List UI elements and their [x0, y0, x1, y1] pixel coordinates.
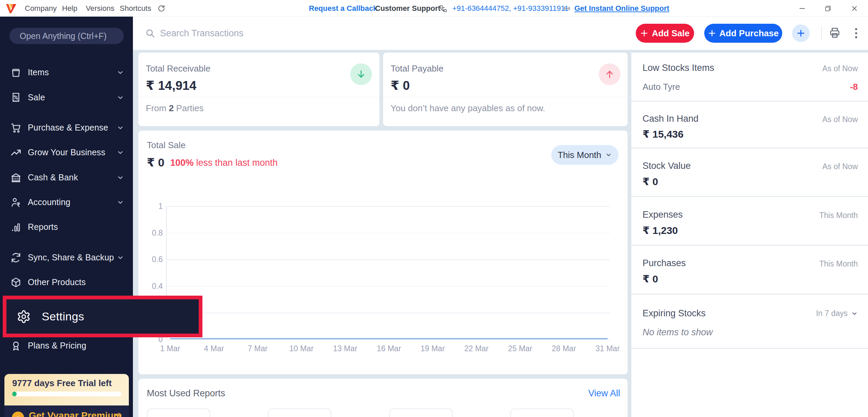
- divider: [383, 97, 628, 97]
- quick-add-button[interactable]: [792, 24, 810, 42]
- online-support-link[interactable]: Get Instant Online Support: [574, 0, 669, 17]
- right-panel: Low Stocks Items As of Now Auto Tyre -8 …: [631, 53, 868, 417]
- sale-line-chart: 10.80.60.40.201 Mar4 Mar7 Mar10 Mar13 Ma…: [166, 206, 610, 339]
- basket-icon: [10, 67, 22, 78]
- chevron-down-icon: [117, 254, 124, 261]
- customer-support-label: Customer Support :: [375, 0, 445, 17]
- sidebar-item-sale[interactable]: Sale: [0, 85, 133, 110]
- restore-button[interactable]: [820, 0, 836, 17]
- card-title: Total Receivable: [146, 63, 211, 74]
- refresh-icon[interactable]: [157, 0, 165, 17]
- support-phone-numbers[interactable]: +91-6364444752, +91-9333911911: [452, 0, 569, 17]
- sidebar-item-purchase-expense[interactable]: Purchase & Expense: [0, 115, 133, 140]
- sidebar-item-items[interactable]: Items: [0, 60, 133, 85]
- bar-chart-icon: [10, 221, 22, 233]
- get-premium-button[interactable]: Get Vyapar Premium: [4, 405, 129, 417]
- report-tile[interactable]: [147, 409, 210, 417]
- add-sale-button[interactable]: Add Sale: [636, 24, 694, 43]
- sidebar-item-reports[interactable]: Reports: [0, 215, 133, 239]
- award-icon: [10, 340, 22, 352]
- chevron-down-icon: [117, 69, 124, 76]
- chevron-down-icon: [117, 149, 124, 156]
- printer-icon: [829, 27, 841, 39]
- chart-gridline: [167, 206, 610, 207]
- chevron-down-icon: [851, 310, 858, 317]
- chevron-down-icon: [605, 152, 612, 158]
- divider: [371, 4, 371, 13]
- empty-state-text: No items to show: [643, 327, 713, 338]
- report-tile[interactable]: [389, 409, 453, 417]
- chevron-down-icon: [117, 199, 124, 206]
- x-axis-tick-label: 10 Mar: [289, 344, 314, 353]
- total-payable-card[interactable]: Total Payable ₹ 0 You don’t have any pay…: [383, 53, 628, 126]
- open-anything-input[interactable]: [9, 28, 124, 44]
- receivable-subtitle: From 2 Parties: [146, 103, 204, 114]
- expiring-stocks-filter[interactable]: In 7 days: [816, 309, 858, 318]
- sidebar: Items Sale Purchase & Expense Grow Your …: [0, 17, 133, 417]
- x-axis-tick-label: 13 Mar: [333, 344, 357, 353]
- menu-help[interactable]: Help: [62, 0, 77, 17]
- expenses-section[interactable]: Expenses This Month ₹ 1,230: [631, 197, 868, 246]
- chevron-down-icon: [117, 94, 124, 101]
- y-axis-tick-label: 0.6: [144, 255, 163, 264]
- payable-badge: [599, 63, 620, 85]
- arrow-right-icon: [114, 411, 123, 417]
- low-stocks-section[interactable]: Low Stocks Items As of Now Auto Tyre -8: [631, 53, 868, 102]
- request-callback-link[interactable]: Request a Callback: [309, 0, 377, 17]
- sale-chart-title: Total Sale: [147, 140, 185, 151]
- receivable-amount: ₹ 14,914: [146, 78, 196, 93]
- sidebar-item-grow-your-business[interactable]: Grow Your Business: [0, 140, 133, 165]
- close-button[interactable]: [846, 0, 863, 17]
- plus-icon: [796, 29, 805, 38]
- total-receivable-card[interactable]: Total Receivable ₹ 14,914 From 2 Parties: [138, 53, 379, 126]
- sale-change-text: 100% less than last month: [170, 158, 278, 168]
- sidebar-item-settings-highlighted[interactable]: Settings: [3, 296, 202, 337]
- minimize-button[interactable]: [794, 0, 810, 17]
- report-tile[interactable]: [268, 409, 331, 417]
- receipt-icon: [10, 92, 22, 103]
- chart-gridline: [167, 313, 610, 313]
- menu-company[interactable]: Company: [25, 0, 57, 17]
- cart-icon: [10, 122, 22, 134]
- stock-value-section[interactable]: Stock Value As of Now ₹ 0: [631, 148, 868, 197]
- plus-icon: [708, 29, 716, 37]
- period-dropdown[interactable]: This Month: [551, 145, 618, 165]
- search-transactions-input[interactable]: [160, 24, 377, 43]
- report-tile[interactable]: [510, 409, 574, 417]
- gear-icon: [17, 310, 31, 324]
- sale-amount: ₹ 0: [147, 156, 164, 169]
- purchases-section[interactable]: Purchases This Month ₹ 0: [631, 246, 868, 295]
- sync-icon: [10, 252, 22, 263]
- sidebar-item-cash-bank[interactable]: Cash & Bank: [0, 165, 133, 190]
- expiring-stocks-section[interactable]: Expiring Stocks In 7 days No items to sh…: [631, 295, 868, 349]
- y-axis-tick-label: 0.4: [144, 282, 163, 291]
- card-title: Total Payable: [391, 63, 443, 74]
- print-button[interactable]: [828, 26, 842, 40]
- main-header: Add Sale Add Purchase: [133, 17, 868, 50]
- section-title: Most Used Reports: [147, 388, 225, 399]
- crown-icon: [12, 412, 24, 417]
- menu-shortcuts[interactable]: Shortcuts: [120, 0, 151, 17]
- low-stock-item-name: Auto Tyre: [643, 82, 680, 92]
- x-axis-tick-label: 7 Mar: [248, 344, 268, 353]
- sidebar-item-other-products[interactable]: Other Products: [0, 270, 133, 295]
- x-axis-tick-label: 28 Mar: [552, 344, 576, 353]
- view-all-link[interactable]: View All: [588, 388, 620, 399]
- add-purchase-button[interactable]: Add Purchase: [704, 24, 782, 43]
- sale-line-series: [167, 206, 611, 339]
- chart-gridline: [167, 339, 610, 340]
- box-icon: [10, 277, 22, 288]
- most-used-reports-card: Most Used Reports View All: [138, 379, 628, 417]
- sidebar-item-sync-share-backup[interactable]: Sync, Share & Backup: [0, 245, 133, 270]
- more-options-button[interactable]: [851, 26, 861, 40]
- y-axis-tick-label: 1: [144, 202, 163, 211]
- x-axis-tick-label: 4 Mar: [204, 344, 224, 353]
- trending-up-icon: [10, 147, 22, 158]
- cash-in-hand-section[interactable]: Cash In Hand As of Now ₹ 15,436: [631, 102, 868, 148]
- x-axis-tick-label: 1 Mar: [160, 344, 180, 353]
- purchases-amount: ₹ 0: [643, 273, 658, 285]
- x-axis-tick-label: 25 Mar: [508, 344, 532, 353]
- menu-versions[interactable]: Versions: [86, 0, 114, 17]
- sidebar-item-accounting[interactable]: Accounting: [0, 190, 133, 215]
- x-axis-tick-label: 19 Mar: [420, 344, 445, 353]
